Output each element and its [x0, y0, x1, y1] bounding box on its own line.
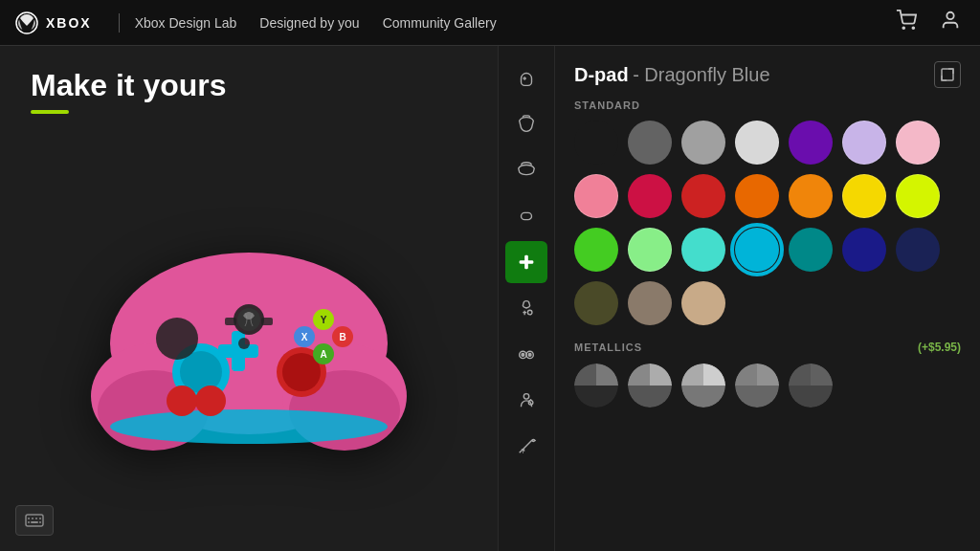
profile-icon	[940, 10, 961, 31]
metallics-price: (+$5.95)	[918, 341, 961, 354]
color-swatch-warm-beige[interactable]	[681, 281, 725, 325]
sidebar-item-profile[interactable]	[505, 379, 547, 421]
color-swatch-volt[interactable]	[896, 174, 940, 218]
sidebar-item-triggers[interactable]	[505, 103, 547, 145]
svg-point-51	[528, 354, 531, 357]
nav-links: Xbox Design Lab Designed by you Communit…	[135, 15, 892, 31]
bumpers-icon	[516, 160, 537, 181]
standard-section-label: STANDARD	[574, 99, 961, 111]
keyboard-icon	[25, 514, 44, 527]
xbox-logo-icon	[15, 11, 38, 34]
color-swatch-teal[interactable]	[681, 228, 725, 272]
sidebar-item-body[interactable]	[505, 57, 547, 99]
main-container: Make it yours	[0, 46, 980, 551]
color-swatch-aqua-shift[interactable]	[574, 228, 618, 272]
panel-title: D-pad - Dragonfly Blue	[574, 64, 770, 86]
back-button-icon	[516, 206, 537, 227]
standard-color-grid	[574, 121, 961, 325]
svg-rect-27	[225, 318, 236, 325]
color-swatch-carbon-black[interactable]	[574, 121, 618, 165]
svg-rect-55	[942, 69, 953, 80]
metallic-swatch-steel-metallic[interactable]	[735, 364, 779, 408]
color-swatch-storm-grey[interactable]	[628, 121, 672, 165]
color-swatch-daystrike-camo[interactable]	[628, 174, 672, 218]
sidebar-item-dpad[interactable]	[505, 241, 547, 283]
dpad-icon	[516, 252, 537, 273]
svg-point-2	[912, 27, 914, 29]
color-swatch-robot-white[interactable]	[681, 121, 725, 165]
left-panel: Make it yours	[0, 46, 498, 551]
svg-rect-16	[218, 344, 258, 358]
sidebar-item-thumbsticks[interactable]	[505, 333, 547, 375]
thumbsticks-icon	[516, 343, 537, 364]
color-swatch-velocity-purple[interactable]	[789, 121, 833, 165]
svg-point-30	[167, 386, 197, 416]
svg-point-9	[110, 409, 388, 444]
svg-point-29	[195, 386, 226, 416]
selected-color-name: Dragonfly Blue	[644, 64, 769, 85]
color-picker-panel: D-pad - Dragonfly Blue STANDARD METALLIC…	[555, 46, 980, 551]
panel-header: D-pad - Dragonfly Blue	[574, 61, 961, 88]
keyboard-button[interactable]	[15, 505, 54, 536]
xbox-logo[interactable]: XBOX	[15, 11, 92, 34]
profile-button[interactable]	[936, 6, 965, 39]
svg-rect-44	[520, 260, 534, 264]
svg-point-1	[902, 27, 904, 29]
hero-underline	[31, 110, 69, 114]
metallic-color-grid	[574, 364, 961, 408]
cart-icon	[896, 10, 917, 31]
svg-text:X: X	[301, 332, 308, 342]
metallics-section-label: METALLICS	[574, 342, 642, 353]
svg-text:A: A	[320, 349, 326, 360]
color-swatch-nocturnal-blue[interactable]	[842, 228, 886, 272]
nav-actions	[892, 6, 965, 39]
color-swatch-deep-blue[interactable]	[896, 228, 940, 272]
hero-title: Make it yours	[31, 69, 467, 102]
color-swatch-pulse-red[interactable]	[681, 174, 725, 218]
parts-sidebar: T	[498, 46, 555, 551]
color-swatch-white[interactable]	[735, 121, 779, 165]
color-swatch-amplify-orange[interactable]	[789, 174, 833, 218]
controller-body-icon	[516, 68, 537, 89]
svg-rect-32	[26, 515, 43, 526]
svg-point-50	[522, 354, 524, 357]
metallic-swatch-grey-metallic[interactable]	[628, 364, 672, 408]
color-swatch-lighting-yellow[interactable]	[842, 174, 886, 218]
sidebar-item-bumpers[interactable]	[505, 149, 547, 191]
color-swatch-zest-orange[interactable]	[735, 174, 779, 218]
metallic-swatch-black-metallic[interactable]	[574, 364, 618, 408]
color-swatch-pastel-purple[interactable]	[842, 121, 886, 165]
color-swatch-deep-teal[interactable]	[789, 228, 833, 272]
color-swatch-deep-pink[interactable]	[574, 174, 618, 218]
svg-text:Y: Y	[321, 315, 327, 325]
nav-link-designed-by-you[interactable]: Designed by you	[259, 15, 359, 31]
sidebar-item-buttons[interactable]	[505, 287, 547, 329]
sidebar-item-engraving[interactable]: T	[505, 425, 547, 467]
controller-illustration: Y X B A	[67, 195, 431, 463]
part-name: D-pad	[574, 64, 629, 85]
metallic-swatch-dark-steel[interactable]	[789, 364, 833, 408]
svg-rect-28	[261, 318, 273, 325]
color-swatch-desert-tan[interactable]	[628, 281, 672, 325]
top-navigation: XBOX Xbox Design Lab Designed by you Com…	[0, 0, 980, 46]
nav-divider	[119, 13, 120, 33]
svg-text:T: T	[522, 448, 525, 454]
color-swatch-olive[interactable]	[574, 281, 618, 325]
profile-parts-icon	[516, 389, 537, 410]
metallic-swatch-silver-metallic[interactable]	[681, 364, 725, 408]
color-swatch-mineral-camo[interactable]	[628, 228, 672, 272]
svg-point-52	[523, 394, 529, 400]
svg-point-47	[527, 310, 532, 315]
color-swatch-light-pink[interactable]	[896, 121, 940, 165]
nav-link-community-gallery[interactable]: Community Gallery	[383, 15, 497, 31]
cart-button[interactable]	[892, 6, 921, 39]
buttons-icon	[516, 298, 537, 319]
metallics-header: METALLICS (+$5.95)	[574, 341, 961, 354]
sidebar-item-back-button[interactable]	[505, 195, 547, 237]
nav-link-design-lab[interactable]: Xbox Design Lab	[135, 15, 237, 31]
triggers-icon	[516, 114, 537, 135]
expand-icon	[941, 68, 954, 81]
color-swatch-dragonfly-blue[interactable]	[735, 228, 779, 272]
controller-area: Y X B A	[31, 129, 467, 528]
expand-button[interactable]	[934, 61, 961, 88]
